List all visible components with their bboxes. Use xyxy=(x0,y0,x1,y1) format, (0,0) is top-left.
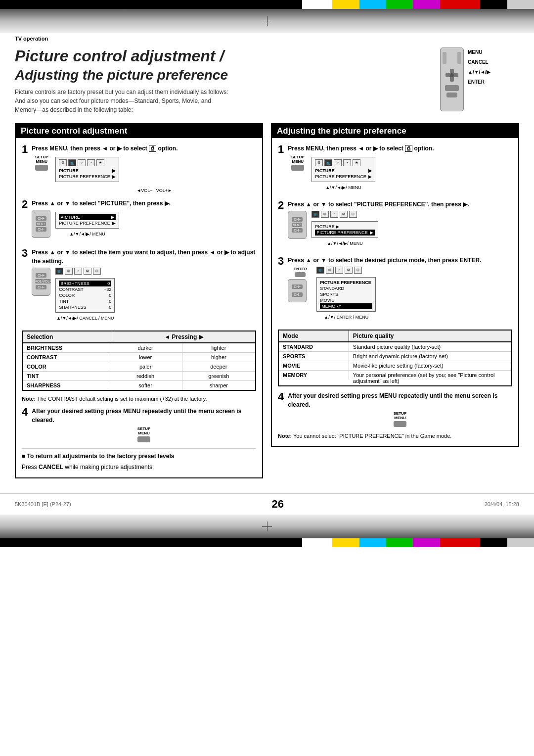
r3-standard: STANDARD xyxy=(320,285,372,291)
right-step-4: 4 After your desired setting press MENU … xyxy=(278,391,512,427)
remote-diagram: MENU CANCEL ▲/▼/◄/▶ ENTER xyxy=(440,47,519,111)
left-col-header: Picture control adjustment xyxy=(16,124,262,138)
step-2-content-right: Press ▲ or ▼ to select "PICTURE PREFEREN… xyxy=(288,200,512,250)
step-4-content-left: After your desired setting press MENU re… xyxy=(32,407,256,442)
mode-sports-label: SPORTS xyxy=(279,352,349,361)
step-1-content: Press MENU, then press ◄ or ▶ to select … xyxy=(32,144,256,193)
sel-row-sharpness: SHARPNESS softer sharper xyxy=(23,381,255,390)
r-icon-5: ★ xyxy=(353,159,360,166)
icon-picture: 📺 xyxy=(68,159,76,166)
mode-movie-label: MOVIE xyxy=(279,361,349,370)
r3-ch-plus: CH+ xyxy=(292,284,303,289)
setup-menu-btn xyxy=(445,85,459,91)
bottom-crosshair-icon xyxy=(262,521,272,531)
step3-screen-right-wrap: 📺 ⊞ ○ ⊠ ⊟ PICTURE PREFERENCE STANDARD SP… xyxy=(316,267,376,320)
icon-circle: ○ xyxy=(78,159,86,166)
right-step-3: 3 Press ▲ or ▼ to select the desired pic… xyxy=(278,256,512,324)
bottom-note-left: ■ To return all adjustments to the facto… xyxy=(22,448,256,460)
r-icon-4: × xyxy=(343,159,351,166)
page-description: Picture controls are factory preset but … xyxy=(15,88,292,114)
right-col-header: Adjusting the picture preference xyxy=(272,124,518,138)
step3-remote-left: CH+ VOL– VOL+ CH– xyxy=(32,268,51,296)
r3-icon-5: ⊟ xyxy=(354,267,362,274)
r2-icon-5: ⊟ xyxy=(349,211,357,218)
r-picture-pref: PICTURE PREFERENCE xyxy=(315,174,372,180)
step3-ch-minus: CH– xyxy=(36,285,46,289)
step-2-visual-left: CH+ VOL+ CH– PICTURE PICTURE PREFERENCE xyxy=(32,210,256,238)
ch-plus-btn: CH+ xyxy=(36,216,46,221)
mode-row-sports: SPORTS Bright and dynamic picture (facto… xyxy=(279,352,511,361)
sel-tint-label: TINT xyxy=(23,372,109,380)
enter-label: ENTER xyxy=(468,77,490,87)
step3-icons-right: 📺 ⊞ ○ ⊠ ⊟ xyxy=(316,267,376,274)
sel-contrast-label: CONTRAST xyxy=(23,353,109,362)
step2-screen-right-wrap: 📺 ⊞ ○ ⊠ ⊟ PICTURE ▶ PICTURE PREFERENCE ▲… xyxy=(312,211,378,246)
r3-movie: MOVIE xyxy=(320,297,372,303)
step3-remote-body: CH+ VOL– VOL+ CH– xyxy=(32,268,50,296)
r-picture: PICTURE xyxy=(315,168,372,174)
sharpness-row: SHARPNESS0 xyxy=(59,304,111,310)
step3-nav-left: ▲/▼/◄/▶/ CANCEL / MENU xyxy=(55,316,115,321)
main-content: Picture control adjustment / Adjusting t… xyxy=(0,43,534,488)
sel-contrast-right: higher xyxy=(182,353,255,362)
step3-icon-1: 📺 xyxy=(55,268,63,275)
sel-sharpness-left: softer xyxy=(109,381,182,390)
step-1-text-right: Press MENU, then press ◄ or ▶ to select … xyxy=(288,144,512,153)
step3-icon-5: ⊟ xyxy=(93,268,101,275)
desc-line1: Picture controls are factory preset but … xyxy=(15,89,228,95)
r3-icon-1: 📺 xyxy=(316,267,324,274)
step-3-content-right: Press ▲ or ▼ to select the desired pictu… xyxy=(288,256,512,324)
right-step-1: 1 Press MENU, then press ◄ or ▶ to selec… xyxy=(278,144,512,194)
step-4-text-left: After your desired setting press MENU re… xyxy=(32,407,256,425)
r3-icon-3: ○ xyxy=(335,267,343,274)
r2-pref-highlighted: PICTURE PREFERENCE xyxy=(315,230,375,236)
header-band xyxy=(0,9,534,33)
sel-tint-left: reddish xyxy=(109,372,182,380)
screen-picture-row: PICTURE xyxy=(59,168,116,174)
step3-screen-left: BRIGHTNESS0 CONTRAST+32 COLOR0 TINT0 xyxy=(55,278,115,313)
step2-remote-right: CH+ VOL+ CH– xyxy=(288,211,308,239)
step2-screen-left: PICTURE PICTURE PREFERENCE xyxy=(55,212,119,229)
step-num-4-right: 4 xyxy=(278,391,284,402)
sel-row-contrast: CONTRAST lower higher xyxy=(23,353,255,362)
ch-minus-btn: CH– xyxy=(36,227,46,232)
tint-row: TINT0 xyxy=(59,298,111,304)
r3-icon-2: ⊞ xyxy=(326,267,334,274)
sel-color-right: deeper xyxy=(182,362,255,371)
step2-icons-right: 📺 ⊞ ○ ⊠ ⊟ xyxy=(312,211,378,218)
step-1-visual: SETUPMENU ⚙ 📺 ○ × ★ xyxy=(32,155,256,184)
step2-nav-left: ▲/▼/◄/▶/ MENU xyxy=(55,232,119,236)
mode-header: Mode Picture quality xyxy=(279,331,511,342)
mode-table: Mode Picture quality STANDARD Standard p… xyxy=(278,330,512,386)
step-1-content-right: Press MENU, then press ◄ or ▶ to select … xyxy=(288,144,512,194)
sel-sharpness-right: sharper xyxy=(182,381,255,390)
selection-header: Selection ◄ Pressing ▶ xyxy=(23,331,255,343)
step-3-content-left: Press ▲ or ▼ to select the item you want… xyxy=(32,248,256,325)
desc-line2: And also you can select four picture mod… xyxy=(15,97,211,104)
step-4-text-right: After your desired setting press MENU re… xyxy=(288,391,512,409)
arrows-label: ▲/▼/◄/▶ xyxy=(468,67,490,77)
note-text: The CONTRAST default setting is set to m… xyxy=(37,396,207,402)
step3-nav-right: ▲/▼/ ENTER / MENU xyxy=(316,315,376,320)
mode-sports-desc: Bright and dynamic picture (factory-set) xyxy=(349,352,511,361)
cancel-note: Press CANCEL while making picture adjust… xyxy=(22,464,256,471)
page-title-subtitle: Adjusting the picture preference xyxy=(15,67,430,84)
step2-nav-right: ▲/▼/◄/▶/ MENU xyxy=(312,241,378,246)
brightness-row: BRIGHTNESS0 xyxy=(59,281,111,286)
left-step-4: 4 After your desired setting press MENU … xyxy=(22,407,256,442)
step3-vol-plus: VOL+ xyxy=(43,279,51,284)
step-num-2-left: 2 xyxy=(22,199,28,210)
footer-date: 20/4/04, 15:28 xyxy=(485,501,519,507)
right-step-2: 2 Press ▲ or ▼ to select "PICTURE PREFER… xyxy=(278,200,512,250)
step3-ch-plus: CH+ xyxy=(36,273,46,278)
sel-brightness-left: darker xyxy=(109,343,182,352)
step-1-visual-right: SETUPMENU ⚙ 📺 ○ × ★ xyxy=(288,155,512,190)
desc-line3: Memory—as described in the following tab… xyxy=(15,106,133,113)
sel-color-label: COLOR xyxy=(23,362,109,371)
sel-row-color: COLOR paler deeper xyxy=(23,362,255,372)
r3-icon-4: ⊠ xyxy=(345,267,353,274)
step-1-text: Press MENU, then press ◄ or ▶ to select … xyxy=(32,144,256,153)
footer-part-number: 5K30401B [E] (P24-27) xyxy=(15,501,71,507)
mode-memory-label: MEMORY xyxy=(279,371,349,379)
step-2-content-left: Press ▲ or ▼ to select "PICTURE", then p… xyxy=(32,199,256,242)
